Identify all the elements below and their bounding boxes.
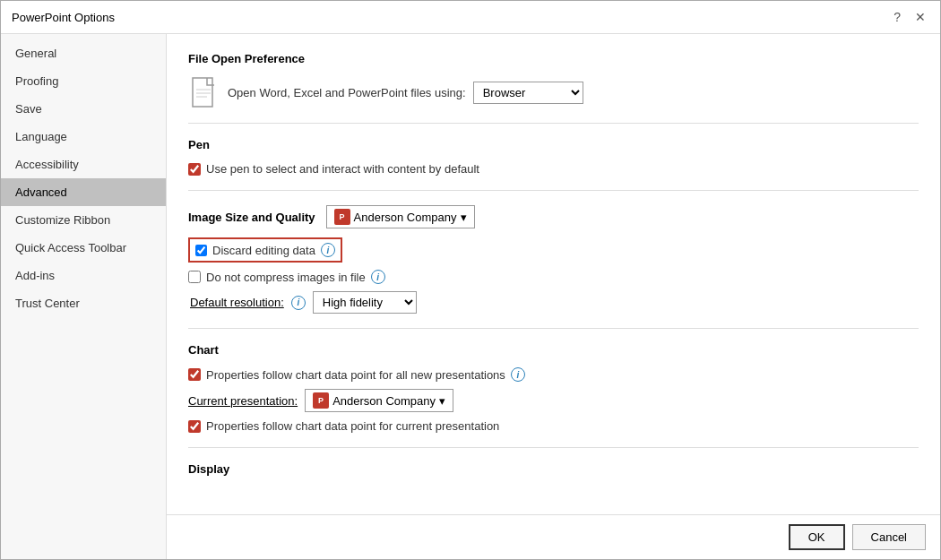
dialog-body: General Proofing Save Language Accessibi… — [1, 34, 940, 559]
discard-editing-label: Discard editing data — [212, 244, 315, 257]
ppt-icon-chart: P — [313, 392, 329, 409]
title-bar-controls: ? ✕ — [890, 8, 929, 26]
no-compress-label: Do not compress images in file — [206, 271, 366, 284]
default-resolution-dropdown[interactable]: High fidelity 220 ppi 150 ppi 96 ppi — [313, 291, 417, 314]
pen-section-title: Pen — [188, 138, 919, 151]
chart-properties-current-checkbox[interactable] — [188, 420, 201, 433]
discard-editing-checkbox[interactable] — [195, 245, 207, 256]
chart-current-presentation-row: Current presentation: P Anderson Company… — [188, 389, 919, 412]
display-section-title: Display — [188, 462, 919, 476]
file-icon — [188, 76, 220, 108]
chart-properties-all-checkbox[interactable] — [188, 368, 201, 381]
sidebar-item-accessibility[interactable]: Accessibility — [1, 151, 166, 178]
image-size-section-title: Image Size and Quality — [188, 211, 315, 224]
document-icon — [192, 77, 217, 108]
discard-editing-highlight: Discard editing data i — [188, 237, 342, 263]
default-resolution-label: Default resolution: — [190, 296, 284, 309]
sidebar-item-trust-center[interactable]: Trust Center — [1, 289, 166, 317]
chart-current-label: Current presentation: — [188, 394, 298, 408]
powerpoint-options-dialog: PowerPoint Options ? ✕ General Proofing … — [0, 0, 941, 560]
cancel-button[interactable]: Cancel — [852, 524, 926, 550]
separator-3 — [188, 328, 919, 329]
content-scroll[interactable]: File Open Preference Open Word, Excel an… — [167, 34, 940, 514]
chart-properties-all-info-icon[interactable]: i — [511, 367, 525, 382]
separator-4 — [188, 447, 919, 448]
chart-dropdown-value: Anderson Company — [332, 394, 436, 408]
separator-2 — [188, 190, 919, 191]
sidebar-item-customize-ribbon[interactable]: Customize Ribbon — [1, 206, 166, 234]
sidebar-item-add-ins[interactable]: Add-ins — [1, 262, 166, 289]
default-resolution-row: Default resolution: i High fidelity 220 … — [188, 291, 919, 314]
chart-section-title: Chart — [188, 343, 919, 357]
image-size-header-row: Image Size and Quality P Anderson Compan… — [188, 205, 919, 228]
chart-properties-all-label: Properties follow chart data point for a… — [206, 368, 505, 382]
no-compress-row: Do not compress images in file i — [188, 270, 919, 284]
sidebar-item-save[interactable]: Save — [1, 95, 166, 123]
chart-presentation-dropdown[interactable]: P Anderson Company ▾ — [305, 389, 453, 412]
no-compress-checkbox[interactable] — [188, 271, 201, 283]
pen-checkbox-row: Use pen to select and interact with cont… — [188, 162, 919, 176]
ok-button[interactable]: OK — [789, 524, 845, 550]
pen-checkbox[interactable] — [188, 163, 201, 176]
separator-1 — [188, 123, 919, 124]
dialog-title: PowerPoint Options — [12, 11, 115, 24]
title-bar-left: PowerPoint Options — [12, 11, 115, 24]
chart-properties-current-row: Properties follow chart data point for c… — [188, 419, 919, 433]
close-button[interactable]: ✕ — [911, 8, 929, 26]
file-open-row: Open Word, Excel and PowerPoint files us… — [188, 76, 919, 108]
footer: OK Cancel — [167, 514, 940, 559]
no-compress-info-icon[interactable]: i — [371, 270, 385, 284]
chart-properties-all-row: Properties follow chart data point for a… — [188, 367, 919, 382]
svg-rect-0 — [193, 78, 212, 107]
file-open-label: Open Word, Excel and PowerPoint files us… — [228, 86, 466, 99]
chart-dropdown-arrow: ▾ — [439, 394, 445, 408]
image-size-presentation-dropdown[interactable]: P Anderson Company ▾ — [326, 205, 475, 228]
discard-editing-wrapper: Discard editing data i — [188, 237, 919, 263]
file-open-section-title: File Open Preference — [188, 52, 919, 65]
sidebar-item-general[interactable]: General — [1, 39, 166, 67]
chart-properties-current-label: Properties follow chart data point for c… — [206, 419, 499, 433]
file-open-dropdown[interactable]: Browser Desktop App — [473, 82, 583, 104]
sidebar: General Proofing Save Language Accessibi… — [1, 34, 167, 559]
default-resolution-info-icon[interactable]: i — [291, 296, 306, 310]
help-button[interactable]: ? — [890, 8, 904, 26]
sidebar-item-language[interactable]: Language — [1, 123, 166, 151]
title-bar: PowerPoint Options ? ✕ — [1, 1, 940, 34]
sidebar-item-quick-access-toolbar[interactable]: Quick Access Toolbar — [1, 234, 166, 262]
pen-label: Use pen to select and interact with cont… — [206, 162, 479, 176]
discard-editing-info-icon[interactable]: i — [321, 243, 335, 257]
image-size-dropdown-arrow: ▾ — [461, 211, 467, 224]
content-area: File Open Preference Open Word, Excel an… — [167, 34, 940, 559]
ppt-icon-image: P — [334, 209, 350, 225]
sidebar-item-advanced[interactable]: Advanced — [1, 178, 166, 206]
sidebar-item-proofing[interactable]: Proofing — [1, 67, 166, 95]
image-size-dropdown-value: Anderson Company — [354, 211, 457, 224]
